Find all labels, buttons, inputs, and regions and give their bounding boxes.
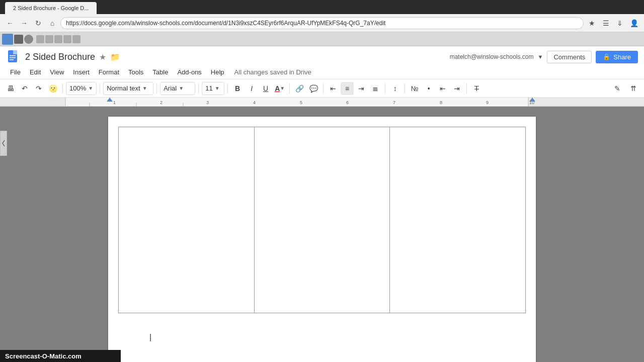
link-button[interactable]: 🔗	[293, 82, 306, 95]
svg-rect-2	[10, 55, 16, 56]
paint-format-button[interactable]: 🌝	[46, 82, 59, 95]
italic-button[interactable]: I	[245, 82, 258, 95]
ext-icon-6	[54, 35, 62, 43]
sidebar-arrow-icon	[2, 139, 6, 147]
print-button[interactable]: 🖶	[4, 82, 17, 95]
reload-button[interactable]: ↻	[32, 17, 44, 29]
table-cell-3[interactable]	[390, 127, 526, 313]
menu-file[interactable]: File	[6, 66, 25, 78]
home-button[interactable]: ⌂	[46, 17, 58, 29]
menu-table[interactable]: Table	[148, 66, 172, 78]
line-spacing-button[interactable]: ↕	[388, 82, 401, 95]
table-row	[119, 127, 526, 313]
text-color-button[interactable]: A ▼	[273, 82, 286, 95]
svg-text:2: 2	[160, 100, 163, 105]
folder-icon[interactable]: 📁	[110, 52, 120, 62]
svg-text:1: 1	[113, 100, 116, 105]
menu-insert[interactable]: Insert	[69, 66, 94, 78]
watermark-bar: Screencast-O-Matic.com	[0, 350, 121, 362]
clear-formatting-button[interactable]: T̶	[470, 82, 483, 95]
sidebar-toggle[interactable]	[0, 131, 7, 156]
ext-icon-1	[2, 34, 13, 45]
share-label: Share	[613, 53, 631, 61]
browser-chrome: 2 Sided Brochure - Google D... ← → ↻ ⌂ ★…	[0, 0, 644, 46]
star-icon[interactable]: ★	[99, 52, 106, 62]
docs-header: 2 Sided Brochure ★ 📁 matelch@winslow-sch…	[0, 46, 644, 79]
separator-10	[466, 83, 467, 94]
undo-button[interactable]: ↶	[18, 82, 31, 95]
ext-icon-3	[24, 35, 33, 44]
redo-button[interactable]: ↷	[32, 82, 45, 95]
comment-button[interactable]: 💬	[307, 82, 320, 95]
svg-marker-21	[529, 98, 535, 102]
style-dropdown[interactable]: Normal text ▼	[103, 82, 153, 95]
font-dropdown[interactable]: Arial ▼	[160, 82, 195, 95]
lock-icon: 🔒	[603, 53, 610, 60]
extensions-bar	[0, 32, 644, 46]
svg-marker-20	[107, 98, 113, 102]
fontsize-arrow: ▼	[215, 85, 220, 91]
url-input[interactable]	[60, 17, 584, 29]
fontsize-value: 11	[205, 84, 212, 92]
align-left-button[interactable]: ⇤	[327, 82, 340, 95]
menu-view[interactable]: View	[46, 66, 68, 78]
toolbar-right-panel: ✎ ⇈	[611, 82, 640, 95]
share-button[interactable]: 🔒 Share	[596, 51, 638, 63]
dropdown-arrow: ▼	[538, 54, 543, 60]
menu-edit[interactable]: Edit	[26, 66, 45, 78]
text-color-arrow: ▼	[280, 85, 285, 91]
save-status: All changes saved in Drive	[234, 68, 311, 76]
menu-help[interactable]: Help	[207, 66, 228, 78]
text-cursor: |	[149, 333, 151, 342]
page-content[interactable]: |	[118, 127, 526, 358]
document-table	[118, 127, 526, 313]
forward-button[interactable]: →	[18, 17, 30, 29]
menu-bar: File Edit View Insert Format Tools Table…	[6, 65, 638, 79]
ordered-list-button[interactable]: №	[408, 82, 421, 95]
table-cell-1[interactable]	[119, 127, 255, 313]
align-center-button[interactable]: ≡	[341, 82, 354, 95]
underline-button[interactable]: U	[259, 82, 272, 95]
svg-text:8: 8	[440, 100, 442, 105]
svg-text:6: 6	[346, 100, 349, 105]
separator-1	[62, 83, 63, 94]
separator-2	[100, 83, 100, 94]
nav-bar: ← → ↻ ⌂ ★ ☰ ⇓ 👤	[0, 14, 644, 32]
increase-indent-button[interactable]: ⇥	[450, 82, 463, 95]
zoom-dropdown[interactable]: 100% ▼	[66, 82, 97, 95]
expand-button[interactable]: ⇈	[627, 82, 640, 95]
svg-rect-3	[10, 57, 16, 58]
comments-button[interactable]: Comments	[547, 51, 592, 63]
table-cell-2[interactable]	[254, 127, 390, 313]
tab-bar: 2 Sided Brochure - Google D...	[0, 0, 644, 14]
fontsize-dropdown[interactable]: 11 ▼	[202, 82, 224, 95]
settings-icon[interactable]: ☰	[600, 17, 612, 29]
user-icon[interactable]: 👤	[628, 17, 640, 29]
unordered-list-button[interactable]: •	[422, 82, 435, 95]
bookmark-button[interactable]: ★	[586, 17, 598, 29]
docs-logo	[6, 49, 21, 64]
app-container: 2 Sided Brochure ★ 📁 matelch@winslow-sch…	[0, 46, 644, 362]
ext-icon-4	[36, 35, 44, 43]
style-value: Normal text	[107, 84, 140, 92]
separator-8	[385, 83, 385, 94]
title-left: 2 Sided Brochure ★ 📁	[6, 49, 120, 64]
bold-button[interactable]: B	[231, 82, 244, 95]
align-right-button[interactable]: ⇥	[355, 82, 368, 95]
doc-title: 2 Sided Brochure	[25, 52, 95, 62]
zoom-arrow: ▼	[88, 85, 93, 91]
menu-addons[interactable]: Add-ons	[173, 66, 205, 78]
menu-tools[interactable]: Tools	[124, 66, 147, 78]
justify-button[interactable]: ≣	[369, 82, 382, 95]
svg-text:3: 3	[206, 100, 209, 105]
ext-icon-2	[14, 35, 23, 44]
decrease-indent-button[interactable]: ⇤	[436, 82, 449, 95]
ext-icon-7	[63, 35, 71, 43]
document-area[interactable]: |	[0, 107, 644, 362]
menu-format[interactable]: Format	[95, 66, 123, 78]
separator-5	[227, 83, 228, 94]
download-icon[interactable]: ⇓	[614, 17, 626, 29]
back-button[interactable]: ←	[4, 17, 16, 29]
active-tab[interactable]: 2 Sided Brochure - Google D...	[5, 2, 97, 14]
edit-mode-button[interactable]: ✎	[611, 82, 624, 95]
